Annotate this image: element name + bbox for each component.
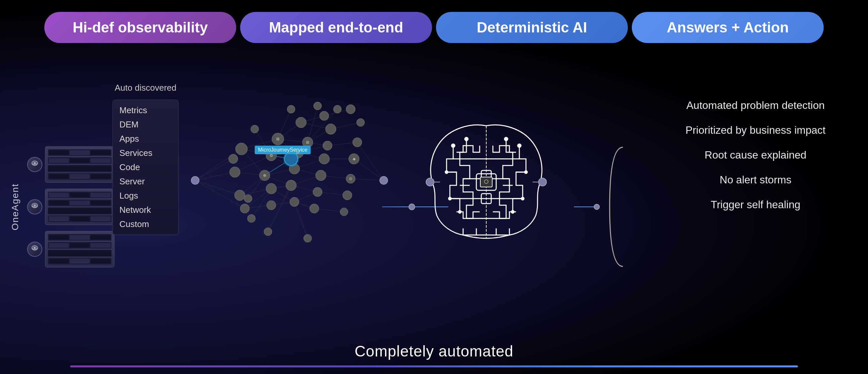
auto-discovered-label: Auto discovered bbox=[113, 83, 179, 93]
svg-point-117 bbox=[504, 137, 508, 141]
svg-line-59 bbox=[351, 179, 384, 180]
brain-svg: ⬡ bbox=[410, 106, 562, 258]
svg-point-63 bbox=[191, 176, 199, 184]
answers-panel: Automated problem detection Prioritized … bbox=[656, 99, 855, 223]
svg-point-5 bbox=[34, 247, 36, 249]
svg-point-72 bbox=[266, 183, 277, 194]
brain-dot-left bbox=[426, 178, 434, 186]
ai-brain-section: ⬡ bbox=[404, 66, 569, 298]
completely-automated-label: Completely automated bbox=[354, 342, 514, 360]
svg-line-10 bbox=[195, 159, 233, 180]
main-content: OneAgent bbox=[0, 66, 868, 347]
network-graph: MicroJourneyService ⊞ ⚙ ⊕ ⊞ ⊟ ◈ ⊙ bbox=[175, 56, 400, 305]
pill-mapped: Mapped end-to-end bbox=[240, 12, 432, 43]
top-pills-container: Hi-def observability Mapped end-to-end D… bbox=[0, 12, 868, 43]
svg-point-79 bbox=[290, 197, 299, 206]
svg-text:⊞: ⊞ bbox=[306, 140, 309, 145]
svg-point-74 bbox=[296, 117, 306, 128]
svg-point-96 bbox=[244, 195, 252, 203]
graph-nodes bbox=[191, 102, 388, 242]
answer-4: No alert storms bbox=[656, 174, 855, 186]
discovery-metrics: Metrics bbox=[119, 105, 172, 116]
svg-point-85 bbox=[313, 187, 322, 197]
bracket-svg bbox=[603, 141, 629, 273]
svg-point-89 bbox=[352, 138, 362, 147]
svg-point-118 bbox=[445, 171, 448, 173]
auto-discovered-panel: Auto discovered Metrics DEM Apps Service… bbox=[113, 83, 179, 331]
servers-group bbox=[27, 146, 115, 267]
pill-answers: Answers + Action bbox=[632, 12, 824, 43]
svg-point-68 bbox=[228, 154, 238, 164]
svg-point-65 bbox=[229, 167, 240, 177]
svg-point-114 bbox=[452, 144, 455, 147]
svg-text:⊙: ⊙ bbox=[349, 176, 352, 181]
svg-line-55 bbox=[294, 202, 308, 238]
server-unit-2 bbox=[27, 189, 115, 225]
svg-point-84 bbox=[316, 170, 326, 181]
discovery-apps: Apps bbox=[119, 134, 172, 144]
server-rack-3 bbox=[45, 231, 115, 267]
svg-text:⚙: ⚙ bbox=[270, 153, 273, 158]
bottom-section: Completely automated bbox=[0, 342, 868, 367]
server-rack-2 bbox=[45, 189, 115, 225]
gradient-bar bbox=[70, 365, 798, 367]
answer-1: Automated problem detection bbox=[656, 99, 855, 112]
svg-text:◈: ◈ bbox=[352, 156, 356, 161]
svg-point-73 bbox=[267, 201, 276, 210]
bracket-section bbox=[574, 141, 629, 273]
oneagent-badge-2 bbox=[27, 199, 42, 214]
svg-point-119 bbox=[525, 171, 527, 173]
oneagent-badge-1 bbox=[27, 157, 42, 172]
svg-point-115 bbox=[465, 137, 468, 141]
pill-mapped-label: Mapped end-to-end bbox=[269, 19, 403, 35]
oneagent-label: OneAgent bbox=[10, 183, 21, 230]
svg-point-67 bbox=[240, 204, 249, 213]
svg-text:⊕: ⊕ bbox=[263, 173, 266, 178]
brain-dot-right bbox=[538, 178, 547, 186]
svg-point-99 bbox=[334, 105, 341, 113]
svg-point-3 bbox=[34, 205, 36, 206]
svg-point-81 bbox=[326, 124, 336, 134]
discovery-dem: DEM bbox=[119, 119, 172, 130]
svg-text:⊞: ⊞ bbox=[276, 137, 280, 141]
answer-2: Prioritized by business impact bbox=[656, 124, 855, 136]
svg-line-57 bbox=[354, 159, 384, 180]
svg-point-101 bbox=[264, 228, 272, 236]
svg-point-86 bbox=[310, 204, 319, 213]
svg-point-121 bbox=[521, 197, 524, 200]
pill-hidef-label: Hi-def observability bbox=[73, 19, 208, 35]
discovery-server: Server bbox=[119, 176, 172, 187]
svg-point-1 bbox=[34, 162, 36, 164]
svg-point-64 bbox=[236, 143, 247, 155]
pill-deterministic: Deterministic AI bbox=[436, 12, 628, 43]
oneagent-badge-3 bbox=[27, 241, 42, 257]
discovery-services: Services bbox=[119, 148, 172, 158]
server-rack-1 bbox=[45, 146, 115, 183]
svg-point-80 bbox=[319, 111, 329, 120]
svg-point-120 bbox=[448, 197, 451, 200]
network-svg: MicroJourneyService ⊞ ⚙ ⊕ ⊞ ⊟ ◈ ⊙ bbox=[175, 56, 400, 305]
discovery-code: Code bbox=[119, 162, 172, 172]
pill-hidef: Hi-def observability bbox=[44, 12, 236, 43]
svg-point-102 bbox=[380, 176, 388, 184]
server-unit-1 bbox=[27, 146, 115, 183]
line-to-bracket bbox=[574, 206, 594, 207]
dot-right-brain bbox=[594, 204, 600, 210]
svg-point-100 bbox=[304, 234, 312, 242]
svg-point-78 bbox=[286, 180, 297, 191]
svg-point-92 bbox=[343, 191, 352, 200]
svg-point-66 bbox=[235, 190, 245, 201]
server-unit-3 bbox=[27, 231, 115, 267]
answer-5: Trigger self healing bbox=[656, 199, 855, 211]
svg-line-15 bbox=[235, 155, 271, 172]
discovery-custom: Custom bbox=[119, 219, 172, 229]
svg-point-93 bbox=[340, 208, 348, 216]
svg-point-88 bbox=[356, 118, 365, 126]
discovery-logs: Logs bbox=[119, 191, 172, 201]
pill-answers-label: Answers + Action bbox=[667, 19, 789, 35]
svg-point-97 bbox=[247, 214, 255, 223]
discovery-list: Metrics DEM Apps Services Code Server Lo… bbox=[113, 99, 179, 235]
graph-edges bbox=[195, 106, 384, 238]
svg-point-95 bbox=[251, 125, 259, 133]
pill-deterministic-label: Deterministic AI bbox=[477, 19, 587, 35]
